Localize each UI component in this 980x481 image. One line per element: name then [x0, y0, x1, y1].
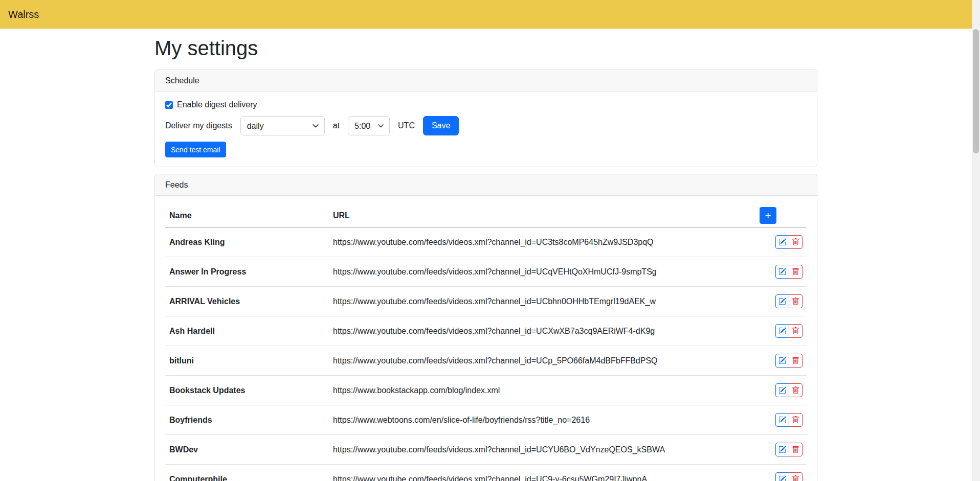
- time-select[interactable]: 5:00: [348, 116, 390, 135]
- trash-icon: [792, 238, 799, 246]
- feed-actions: [775, 324, 803, 338]
- trash-icon: [792, 268, 799, 276]
- delete-feed-button[interactable]: [789, 235, 803, 249]
- delete-feed-button[interactable]: [789, 472, 803, 481]
- feed-row: bitluni https://www.youtube.com/feeds/vi…: [165, 346, 807, 376]
- pencil-square-icon: [778, 238, 786, 246]
- feed-url: https://www.youtube.com/feeds/videos.xml…: [329, 346, 755, 376]
- feed-actions: [775, 235, 803, 249]
- column-header-name: Name: [165, 204, 329, 227]
- delete-feed-button[interactable]: [789, 354, 803, 368]
- edit-feed-button[interactable]: [775, 413, 789, 427]
- main-container: My settings Schedule Enable digest deliv…: [154, 36, 817, 481]
- feed-url: https://www.youtube.com/feeds/videos.xml…: [329, 257, 755, 287]
- scrollbar-thumb[interactable]: [973, 29, 979, 153]
- feed-url: https://www.webtoons.com/en/slice-of-lif…: [329, 405, 755, 435]
- delete-feed-button[interactable]: [789, 294, 803, 308]
- feed-name: BWDev: [165, 435, 329, 465]
- trash-icon: [792, 416, 799, 424]
- feed-name: ARRIVAL Vehicles: [165, 287, 329, 316]
- feed-name: Ash Hardell: [165, 316, 329, 346]
- send-test-email-button[interactable]: Send test email: [165, 142, 226, 157]
- pencil-square-icon: [778, 327, 786, 335]
- edit-feed-button[interactable]: [775, 383, 789, 397]
- frequency-select[interactable]: daily: [240, 116, 325, 135]
- feed-row: Ash Hardell https://www.youtube.com/feed…: [165, 316, 807, 346]
- feed-actions: [775, 443, 803, 456]
- feed-url: https://www.youtube.com/feeds/videos.xml…: [329, 287, 755, 316]
- schedule-card-header: Schedule: [155, 70, 817, 91]
- trash-icon: [792, 386, 799, 394]
- trash-icon: [792, 327, 799, 335]
- feed-row: Computerphile https://www.youtube.com/fe…: [165, 465, 807, 481]
- feed-row: Bookstack Updates https://www.bookstacka…: [165, 376, 807, 405]
- feed-url: https://www.bookstackapp.com/blog/index.…: [329, 376, 755, 405]
- edit-feed-button[interactable]: [775, 235, 789, 249]
- feed-row: BWDev https://www.youtube.com/feeds/vide…: [165, 435, 807, 465]
- trash-icon: [792, 297, 799, 305]
- enable-digest-row: Enable digest delivery: [165, 99, 807, 111]
- scrollbar[interactable]: [972, 0, 980, 481]
- pencil-square-icon: [778, 416, 786, 424]
- save-button[interactable]: Save: [423, 116, 459, 135]
- feed-row: Answer In Progress https://www.youtube.c…: [165, 257, 807, 287]
- feed-name: Andreas Kling: [165, 227, 329, 257]
- feeds-table-body: Andreas Kling https://www.youtube.com/fe…: [165, 227, 807, 481]
- feed-name: Answer In Progress: [165, 257, 329, 287]
- schedule-card: Schedule Enable digest delivery Deliver …: [154, 70, 817, 167]
- pencil-square-icon: [778, 297, 786, 305]
- schedule-controls-row: Deliver my digests daily at 5:00: [165, 116, 807, 135]
- edit-feed-button[interactable]: [775, 294, 789, 308]
- feed-actions: [775, 383, 803, 397]
- feed-url: https://www.youtube.com/feeds/videos.xml…: [329, 227, 755, 257]
- page-title: My settings: [154, 36, 817, 60]
- pencil-square-icon: [778, 446, 786, 453]
- trash-icon: [792, 357, 799, 364]
- page-viewport: Walrss My settings Schedule Enable diges…: [0, 0, 972, 481]
- pencil-square-icon: [778, 357, 786, 364]
- time-select-wrap: 5:00: [348, 116, 390, 135]
- feed-name: bitluni: [165, 346, 329, 376]
- feed-row: Andreas Kling https://www.youtube.com/fe…: [165, 227, 807, 257]
- feed-url: https://www.youtube.com/feeds/videos.xml…: [329, 316, 755, 346]
- feeds-card-header: Feeds: [155, 174, 817, 196]
- frequency-select-wrap: daily: [240, 116, 325, 135]
- edit-feed-button[interactable]: [775, 472, 789, 481]
- column-header-url: URL: [329, 204, 755, 227]
- feed-name: Boyfriends: [165, 405, 329, 435]
- delete-feed-button[interactable]: [789, 383, 803, 397]
- feed-row: ARRIVAL Vehicles https://www.youtube.com…: [165, 287, 807, 316]
- edit-feed-button[interactable]: [775, 443, 789, 456]
- delete-feed-button[interactable]: [789, 443, 803, 456]
- delete-feed-button[interactable]: [789, 413, 803, 427]
- feed-url: https://www.youtube.com/feeds/videos.xml…: [329, 465, 755, 481]
- feed-actions: [775, 354, 803, 368]
- feed-name: Bookstack Updates: [165, 376, 329, 405]
- utc-label: UTC: [398, 121, 415, 130]
- feed-actions: [775, 472, 803, 481]
- enable-digest-checkbox[interactable]: [165, 101, 173, 109]
- schedule-card-body: Enable digest delivery Deliver my digest…: [155, 91, 817, 167]
- feed-actions: [775, 265, 803, 279]
- feeds-card: Feeds Name URL + Andreas Kling https://: [154, 174, 817, 481]
- enable-digest-label[interactable]: Enable digest delivery: [177, 100, 257, 109]
- pencil-square-icon: [778, 475, 786, 481]
- edit-feed-button[interactable]: [775, 265, 789, 279]
- feed-row: Boyfriends https://www.webtoons.com/en/s…: [165, 405, 807, 435]
- navbar: Walrss: [0, 0, 972, 29]
- add-feed-button[interactable]: +: [760, 207, 776, 224]
- feed-name: Computerphile: [165, 465, 329, 481]
- feed-actions: [775, 413, 803, 427]
- feeds-card-body: Name URL + Andreas Kling https://www.you…: [155, 196, 817, 481]
- navbar-brand[interactable]: Walrss: [8, 9, 39, 20]
- delete-feed-button[interactable]: [789, 265, 803, 279]
- delete-feed-button[interactable]: [789, 324, 803, 338]
- at-label: at: [333, 121, 340, 130]
- feeds-table-header-row: Name URL +: [165, 204, 807, 227]
- edit-feed-button[interactable]: [775, 354, 789, 368]
- pencil-square-icon: [778, 386, 786, 394]
- trash-icon: [792, 475, 799, 481]
- edit-feed-button[interactable]: [775, 324, 789, 338]
- feed-url: https://www.youtube.com/feeds/videos.xml…: [329, 435, 755, 465]
- pencil-square-icon: [778, 268, 786, 276]
